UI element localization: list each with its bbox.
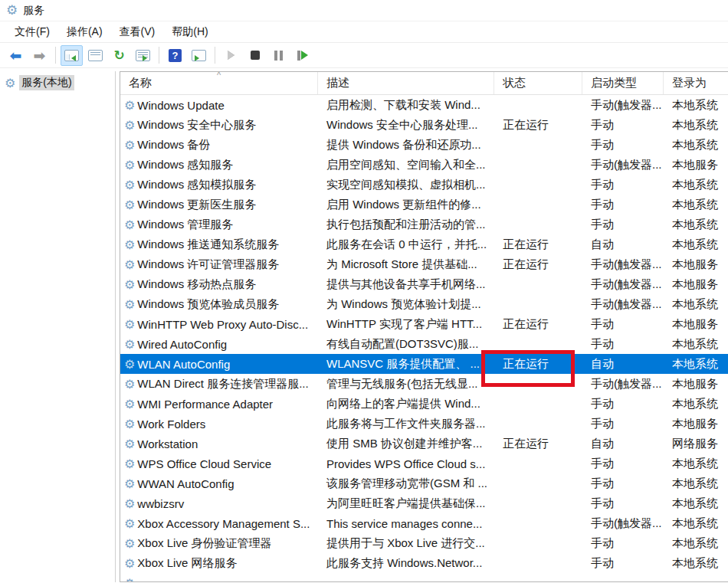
table-row[interactable]: ⚙ wwbizsrv 为阿里旺旺客户端提供基础保... 手动 本地系统 — [120, 493, 728, 513]
service-name-cell: ⚙ Windows 管理服务 — [120, 215, 318, 234]
service-name-cell: ⚙ Work Folders — [120, 414, 318, 434]
service-description: 启用空间感知、空间输入和全... — [318, 155, 494, 175]
forward-button[interactable]: ➡ — [28, 45, 51, 66]
table-row[interactable]: ⚙ Windows 推送通知系统服务 此服务在会话 0 中运行，并托... 正在… — [120, 234, 728, 254]
service-gear-icon: ⚙ — [124, 237, 135, 252]
table-row[interactable]: ⚙ Xbox Accessory Management S... This se… — [120, 513, 728, 533]
service-logon-as: 本地服务 — [664, 274, 728, 294]
table-row[interactable]: ⚙ Windows 备份 提供 Windows 备份和还原功... 手动 本地系… — [120, 135, 728, 155]
table-row[interactable]: ⚙ Wired AutoConfig 有线自动配置(DOT3SVC)服... 手… — [120, 334, 728, 354]
service-logon-as: 本地系统 — [664, 394, 728, 414]
restart-service-button[interactable] — [291, 45, 313, 66]
service-gear-icon: ⚙ — [124, 118, 135, 133]
service-startup-type: 手动(触发器... — [582, 155, 664, 175]
column-header-status[interactable]: 状态 — [494, 72, 582, 94]
service-status — [494, 294, 582, 314]
table-row[interactable]: ⚙ WPS Office Cloud Service Provides WPS … — [120, 454, 728, 473]
table-row[interactable]: ⚙ Windows 感知服务 启用空间感知、空间输入和全... 手动(触发器..… — [120, 155, 728, 175]
service-gear-icon: ⚙ — [124, 536, 135, 551]
service-startup-type: 手动 — [582, 493, 664, 513]
export-list-button[interactable] — [132, 45, 154, 66]
table-row[interactable]: ⚙ Xbox Live 网络服务 此服务支持 Windows.Networ...… — [120, 553, 728, 573]
back-arrow-icon: ⬅ — [10, 48, 22, 63]
table-row[interactable]: ⚙ WLAN Direct 服务连接管理器服... 管理与无线服务(包括无线显.… — [120, 374, 728, 394]
column-header-logon-as[interactable]: 登录为 — [664, 72, 728, 94]
service-logon-as: 网络服务 — [664, 434, 728, 454]
service-status — [494, 95, 582, 115]
service-startup-type: 手动 — [582, 175, 664, 195]
service-gear-icon: ⚙ — [124, 357, 135, 372]
service-name-cell: ⚙ Windows 备份 — [120, 135, 318, 155]
show-action-pane-button[interactable] — [188, 45, 210, 66]
action-pane-icon — [192, 50, 206, 61]
menu-help[interactable]: 帮助(H) — [163, 22, 216, 42]
sort-ascending-icon: ^ — [217, 72, 221, 80]
table-row[interactable]: ⚙ — [120, 573, 728, 581]
service-gear-icon: ⚙ — [124, 138, 135, 152]
table-row[interactable]: ⚙ Windows 移动热点服务 提供与其他设备共享手机网络... 手动(触发器… — [120, 274, 728, 294]
refresh-button[interactable]: ↻ — [108, 45, 130, 66]
table-row[interactable]: ⚙ WLAN AutoConfig WLANSVC 服务提供配置、 ... 正在… — [120, 354, 728, 374]
service-name: Windows 预览体验成员服务 — [137, 297, 279, 312]
properties-button[interactable] — [84, 45, 107, 66]
service-name: WMI Performance Adapter — [137, 398, 273, 411]
service-startup-type: 手动 — [582, 394, 664, 414]
table-row[interactable]: ⚙ Workstation 使用 SMB 协议创建并维护客... 正在运行 自动… — [120, 434, 728, 454]
service-status — [494, 175, 582, 195]
column-header-description[interactable]: 描述 — [318, 72, 494, 94]
service-status — [494, 513, 582, 533]
service-name: Work Folders — [137, 418, 205, 431]
list-header: 名称 ^ 描述 状态 启动类型 登录为 — [120, 72, 728, 95]
show-console-tree-button[interactable] — [61, 45, 83, 66]
table-row[interactable]: ⚙ Windows 预览体验成员服务 为 Windows 预览体验计划提... … — [120, 294, 728, 314]
service-name-cell: ⚙ WWAN AutoConfig — [120, 473, 318, 493]
service-description: 为 Windows 预览体验计划提... — [318, 294, 494, 314]
start-service-button[interactable] — [220, 45, 242, 66]
help-icon: ? — [169, 49, 182, 62]
service-name-cell: ⚙ Windows Update — [120, 95, 318, 115]
service-name: WPS Office Cloud Service — [137, 457, 271, 470]
table-row[interactable]: ⚙ Windows 更新医生服务 启用 Windows 更新组件的修... 手动… — [120, 195, 728, 215]
service-description: 此服务支持 Windows.Networ... — [318, 553, 494, 573]
service-startup-type: 手动 — [582, 473, 664, 493]
table-row[interactable]: ⚙ Xbox Live 身份验证管理器 提供用于与 Xbox Live 进行交.… — [120, 533, 728, 553]
service-name: Xbox Accessory Management S... — [137, 517, 310, 530]
service-name: Windows Update — [137, 99, 224, 112]
help-button[interactable]: ? — [164, 45, 186, 66]
service-gear-icon: ⚙ — [124, 218, 135, 232]
table-row[interactable]: ⚙ WMI Performance Adapter 向网络上的客户端提供 Win… — [120, 394, 728, 414]
menu-view[interactable]: 查看(V) — [111, 22, 164, 42]
service-logon-as: 本地系统 — [664, 493, 728, 513]
table-row[interactable]: ⚙ Work Folders 此服务将与工作文件夹服务器... 手动 本地服务 — [120, 414, 728, 434]
column-header-name[interactable]: 名称 ^ — [120, 72, 318, 94]
service-status: 正在运行 — [494, 434, 582, 454]
service-logon-as: 本地系统 — [664, 334, 728, 354]
table-row[interactable]: ⚙ Windows 安全中心服务 Windows 安全中心服务处理... 正在运… — [120, 115, 728, 135]
table-row[interactable]: ⚙ WinHTTP Web Proxy Auto-Disc... WinHTTP… — [120, 314, 728, 334]
menu-file[interactable]: 文件(F) — [6, 22, 58, 42]
pause-service-button[interactable] — [267, 45, 290, 66]
service-name: WinHTTP Web Proxy Auto-Disc... — [137, 318, 308, 331]
menu-action[interactable]: 操作(A) — [58, 22, 111, 42]
back-button[interactable]: ⬅ — [5, 45, 27, 66]
table-row[interactable]: ⚙ Windows 许可证管理器服务 为 Microsoft Store 提供基… — [120, 254, 728, 274]
service-description: WinHTTP 实现了客户端 HTT... — [318, 314, 494, 334]
service-description: Provides WPS Office Cloud s... — [318, 454, 494, 473]
table-row[interactable]: ⚙ WWAN AutoConfig 该服务管理移动宽带(GSM 和 ... 手动… — [120, 473, 728, 493]
table-row[interactable]: ⚙ Windows 感知模拟服务 实现空间感知模拟、虚拟相机... 手动 本地系… — [120, 175, 728, 195]
service-logon-as: 本地系统 — [664, 473, 728, 493]
toolbar: ⬅ ➡ ↻ ? — [0, 43, 728, 68]
service-description: WLANSVC 服务提供配置、 ... — [318, 354, 494, 374]
service-startup-type: 手动(触发器... — [582, 294, 664, 314]
table-row[interactable]: ⚙ Windows Update 启用检测、下载和安装 Wind... 手动(触… — [120, 95, 728, 115]
column-header-startup-type[interactable]: 启动类型 — [582, 72, 664, 94]
service-name: Windows 更新医生服务 — [137, 198, 256, 212]
service-startup-type: 手动(触发器... — [582, 95, 664, 115]
table-row[interactable]: ⚙ Windows 管理服务 执行包括预配和注册活动的管... 手动 本地系统 — [120, 215, 728, 234]
service-logon-as: 本地系统 — [664, 354, 728, 374]
stop-service-button[interactable] — [244, 45, 266, 66]
service-gear-icon: ⚙ — [124, 158, 135, 172]
service-startup-type: 手动 — [582, 314, 664, 334]
sidebar-item-services-local[interactable]: ⚙ 服务(本地) — [0, 74, 115, 92]
service-description: 管理与无线服务(包括无线显... — [318, 374, 494, 394]
